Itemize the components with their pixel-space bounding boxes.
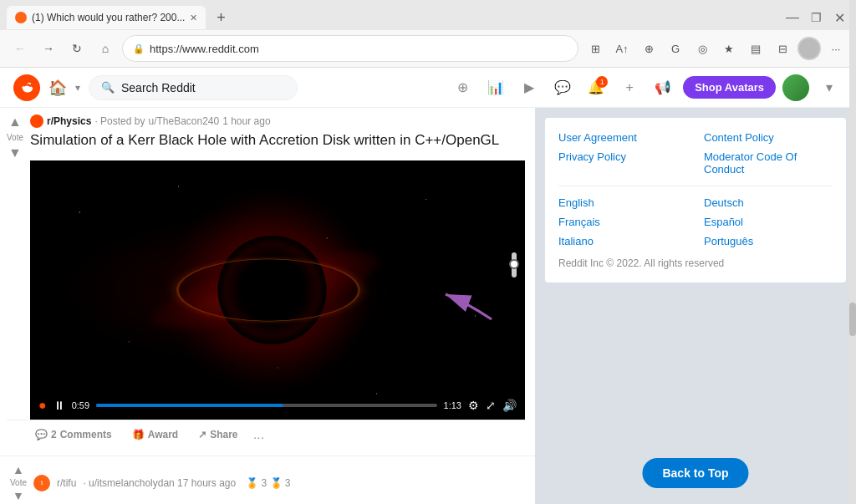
deutsch-link[interactable]: Deutsch: [704, 196, 833, 209]
subreddit-dropdown[interactable]: ▾: [75, 82, 80, 94]
privacy-policy-link[interactable]: Privacy Policy: [558, 150, 687, 176]
next-vote-label: Vote: [10, 478, 27, 487]
next-post-awards: 🏅 3 🏅 3: [246, 477, 290, 489]
user-menu-dropdown[interactable]: ▾: [816, 74, 843, 101]
reddit-header: 🏠 ▾ 🔍 Search Reddit ⊕ 📊 ▶ 💬 🔔 1 + 📢 Shop…: [0, 68, 856, 108]
user-agreement-link[interactable]: User Agreement: [558, 131, 687, 144]
next-upvote[interactable]: ▲: [13, 463, 24, 476]
address-bar: ← → ↻ ⌂ 🔒 https://www.reddit.com ⊞ A↑ ⊕ …: [0, 30, 856, 67]
post-time: 1 hour ago: [222, 115, 270, 127]
moderator-code-link[interactable]: Moderator Code Of Conduct: [704, 150, 833, 176]
add-post-button[interactable]: +: [616, 74, 643, 101]
post-container: ▲ Vote ▼ r/Physics · Posted by u/TheBaco…: [0, 108, 535, 456]
video-player[interactable]: ● ⏸ 0:59 1:13 ⚙ ⤢ 🔊: [30, 160, 525, 420]
forward-button[interactable]: →: [37, 37, 60, 60]
video-current-time: 0:59: [72, 400, 89, 410]
award-icon: 🎁: [132, 429, 145, 440]
footer-divider: [558, 186, 833, 186]
home-icon[interactable]: 🏠: [48, 79, 67, 97]
content-policy-link[interactable]: Content Policy: [704, 131, 833, 144]
chat-icon[interactable]: 💬: [549, 74, 576, 101]
tab-close-button[interactable]: ✕: [190, 13, 197, 23]
active-tab[interactable]: (1) Which would you rather? 200... ✕: [7, 6, 206, 29]
popular-icon[interactable]: ⊕: [449, 74, 476, 101]
favorites-button[interactable]: ★: [717, 37, 741, 60]
maximize-button[interactable]: ❐: [806, 8, 826, 28]
minimize-button[interactable]: —: [782, 8, 802, 28]
refresh-button[interactable]: ↻: [65, 37, 89, 60]
subreddit-name[interactable]: r/Physics: [47, 115, 91, 127]
sidebar-button[interactable]: ⊟: [771, 37, 794, 60]
vote-label: Vote: [7, 133, 23, 142]
fullscreen-button[interactable]: ⤢: [486, 399, 496, 412]
page-scrollbar-thumb: [849, 303, 856, 336]
read-aloud-button[interactable]: A↑: [610, 37, 634, 60]
close-button[interactable]: ✕: [829, 8, 849, 28]
espanol-link[interactable]: Español: [704, 216, 833, 228]
footer-links-grid: User Agreement Content Policy Privacy Po…: [558, 131, 833, 269]
next-subreddit-initial: t: [41, 479, 43, 486]
page-scrollbar[interactable]: [849, 0, 856, 504]
home-button[interactable]: ⌂: [94, 37, 117, 60]
new-tab-button[interactable]: +: [209, 6, 232, 29]
next-subreddit[interactable]: r/tifu: [57, 477, 76, 489]
search-bar[interactable]: 🔍 Search Reddit: [89, 75, 298, 100]
volume-button[interactable]: 🔊: [502, 399, 517, 412]
notifications-button[interactable]: 🔔 1: [583, 74, 609, 101]
video-total-time: 1:13: [444, 400, 461, 410]
english-link[interactable]: English: [558, 196, 687, 209]
browser-menu-button[interactable]: ···: [824, 37, 848, 60]
video-settings-button[interactable]: ⚙: [468, 399, 479, 412]
post-meta: r/Physics · Posted by u/TheBacon240 1 ho…: [30, 115, 525, 128]
post-area: ▲ Vote ▼ r/Physics · Posted by u/TheBaco…: [0, 108, 535, 504]
megaphone-icon[interactable]: 📢: [650, 74, 676, 101]
translate-button[interactable]: G: [664, 37, 687, 60]
back-to-top-button[interactable]: Back to Top: [642, 458, 748, 488]
stats-icon[interactable]: 📊: [482, 74, 509, 101]
tab-title: (1) Which would you rather? 200...: [32, 12, 185, 23]
next-post-avatar: t: [33, 475, 50, 491]
upvote-button[interactable]: ▲: [8, 115, 22, 130]
footer-links-card: User Agreement Content Policy Privacy Po…: [545, 118, 846, 283]
tab-bar: (1) Which would you rather? 200... ✕ + —…: [0, 0, 856, 30]
video-progress-fill: [96, 404, 283, 407]
next-downvote[interactable]: ▼: [13, 489, 24, 502]
back-button[interactable]: ←: [8, 37, 32, 60]
downvote-button[interactable]: ▼: [8, 145, 22, 160]
award-button[interactable]: 🎁 Award: [127, 425, 183, 444]
video-progress-bar[interactable]: [96, 404, 436, 407]
scrollbar-dot: [509, 259, 519, 269]
dot-separator: · Posted by: [94, 115, 145, 127]
portugues-link[interactable]: Português: [704, 235, 833, 247]
video-controls: ● ⏸ 0:59 1:13 ⚙ ⤢ 🔊: [30, 391, 525, 420]
video-icon[interactable]: ▶: [516, 74, 543, 101]
video-frame: [30, 160, 525, 420]
main-content: ▲ Vote ▼ r/Physics · Posted by u/TheBaco…: [0, 108, 856, 504]
profile-avatar[interactable]: [797, 37, 821, 60]
shop-avatars-button[interactable]: Shop Avatars: [683, 76, 776, 99]
url-input[interactable]: 🔒 https://www.reddit.com: [122, 35, 578, 62]
francais-link[interactable]: Français: [558, 216, 687, 228]
browser-wallet-button[interactable]: ◎: [690, 37, 714, 60]
share-button[interactable]: ↗ Share: [193, 425, 242, 444]
more-options-button[interactable]: …: [253, 428, 265, 441]
comments-count: 2: [51, 429, 57, 440]
post-author[interactable]: u/TheBacon240: [148, 115, 219, 127]
notification-badge: 1: [596, 76, 608, 88]
search-icon: 🔍: [101, 81, 115, 94]
post-title: Simulation of a Kerr Black Hole with Acc…: [30, 131, 525, 150]
collections-button[interactable]: ▤: [744, 37, 767, 60]
split-screen-button[interactable]: ⊞: [583, 37, 607, 60]
header-icons: ⊕ 📊 ▶ 💬 🔔 1 + 📢 Shop Avatars ▾: [449, 74, 843, 101]
lock-icon: 🔒: [133, 43, 145, 54]
user-avatar[interactable]: [782, 74, 809, 101]
reddit-logo[interactable]: [13, 74, 40, 101]
comments-button[interactable]: 💬 2 Comments: [30, 425, 117, 444]
post-actions: 💬 2 Comments 🎁 Award ↗ Share …: [7, 420, 525, 449]
next-post[interactable]: ▲ Vote ▼ t r/tifu · u/itsmelancholydan 1…: [0, 456, 535, 504]
video-scrollbar: [512, 177, 517, 344]
immersive-reader-button[interactable]: ⊕: [637, 37, 660, 60]
italiano-link[interactable]: Italiano: [558, 235, 687, 247]
pause-button[interactable]: ⏸: [54, 399, 65, 412]
vote-column: ▲ Vote ▼: [7, 115, 23, 160]
